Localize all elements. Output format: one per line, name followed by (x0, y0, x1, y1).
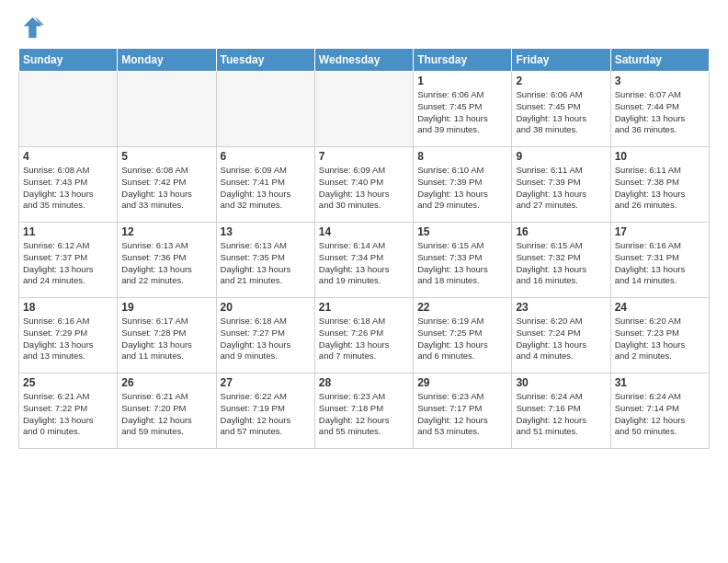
day-number: 19 (121, 301, 211, 314)
day-cell: 15Sunrise: 6:15 AM Sunset: 7:33 PM Dayli… (414, 223, 512, 298)
day-number: 15 (417, 225, 507, 238)
day-number: 12 (121, 225, 211, 238)
day-cell: 2Sunrise: 6:06 AM Sunset: 7:45 PM Daylig… (512, 72, 610, 147)
day-number: 30 (516, 376, 606, 389)
day-info: Sunrise: 6:06 AM Sunset: 7:45 PM Dayligh… (516, 89, 606, 136)
day-number: 16 (516, 225, 606, 238)
day-info: Sunrise: 6:23 AM Sunset: 7:18 PM Dayligh… (319, 391, 409, 438)
day-cell: 28Sunrise: 6:23 AM Sunset: 7:18 PM Dayli… (314, 373, 413, 449)
day-info: Sunrise: 6:07 AM Sunset: 7:44 PM Dayligh… (615, 89, 705, 136)
day-number: 11 (23, 225, 113, 238)
day-info: Sunrise: 6:08 AM Sunset: 7:43 PM Dayligh… (23, 165, 113, 212)
day-info: Sunrise: 6:13 AM Sunset: 7:35 PM Dayligh… (221, 240, 311, 287)
day-number: 2 (516, 75, 606, 87)
week-row-3: 11Sunrise: 6:12 AM Sunset: 7:37 PM Dayli… (19, 223, 710, 298)
day-number: 3 (615, 75, 705, 87)
day-info: Sunrise: 6:17 AM Sunset: 7:28 PM Dayligh… (121, 316, 211, 362)
day-info: Sunrise: 6:18 AM Sunset: 7:26 PM Dayligh… (319, 316, 409, 362)
weekday-header-row: SundayMondayTuesdayWednesdayThursdayFrid… (19, 49, 710, 72)
weekday-header-sunday: Sunday (19, 49, 118, 72)
weekday-header-tuesday: Tuesday (216, 49, 314, 72)
day-info: Sunrise: 6:20 AM Sunset: 7:23 PM Dayligh… (615, 316, 705, 362)
day-cell: 30Sunrise: 6:24 AM Sunset: 7:16 PM Dayli… (512, 373, 610, 449)
day-cell: 20Sunrise: 6:18 AM Sunset: 7:27 PM Dayli… (216, 298, 314, 373)
day-cell: 9Sunrise: 6:11 AM Sunset: 7:39 PM Daylig… (512, 147, 610, 223)
header (18, 15, 710, 40)
day-cell: 6Sunrise: 6:09 AM Sunset: 7:41 PM Daylig… (216, 147, 314, 223)
day-cell: 26Sunrise: 6:21 AM Sunset: 7:20 PM Dayli… (118, 373, 216, 449)
day-cell: 24Sunrise: 6:20 AM Sunset: 7:23 PM Dayli… (610, 298, 709, 373)
logo-icon (18, 15, 44, 40)
day-number: 21 (319, 301, 409, 314)
day-number: 7 (319, 150, 409, 163)
day-info: Sunrise: 6:14 AM Sunset: 7:34 PM Dayligh… (319, 240, 409, 287)
day-cell (216, 72, 314, 147)
day-cell: 17Sunrise: 6:16 AM Sunset: 7:31 PM Dayli… (610, 223, 709, 298)
day-cell: 3Sunrise: 6:07 AM Sunset: 7:44 PM Daylig… (610, 72, 709, 147)
day-cell: 25Sunrise: 6:21 AM Sunset: 7:22 PM Dayli… (19, 373, 118, 449)
day-cell: 14Sunrise: 6:14 AM Sunset: 7:34 PM Dayli… (314, 223, 413, 298)
day-info: Sunrise: 6:15 AM Sunset: 7:33 PM Dayligh… (417, 240, 507, 287)
day-number: 8 (417, 150, 507, 163)
day-info: Sunrise: 6:21 AM Sunset: 7:20 PM Dayligh… (121, 391, 211, 438)
day-info: Sunrise: 6:24 AM Sunset: 7:14 PM Dayligh… (615, 391, 705, 438)
day-number: 23 (516, 301, 606, 314)
day-number: 1 (417, 75, 507, 87)
day-cell: 19Sunrise: 6:17 AM Sunset: 7:28 PM Dayli… (118, 298, 216, 373)
day-cell: 5Sunrise: 6:08 AM Sunset: 7:42 PM Daylig… (118, 147, 216, 223)
day-number: 25 (23, 376, 113, 389)
day-info: Sunrise: 6:15 AM Sunset: 7:32 PM Dayligh… (516, 240, 606, 287)
day-cell: 29Sunrise: 6:23 AM Sunset: 7:17 PM Dayli… (414, 373, 512, 449)
day-info: Sunrise: 6:23 AM Sunset: 7:17 PM Dayligh… (417, 391, 507, 438)
day-info: Sunrise: 6:22 AM Sunset: 7:19 PM Dayligh… (221, 391, 311, 438)
week-row-1: 1Sunrise: 6:06 AM Sunset: 7:45 PM Daylig… (19, 72, 710, 147)
day-info: Sunrise: 6:11 AM Sunset: 7:39 PM Dayligh… (516, 165, 606, 212)
logo (18, 15, 48, 40)
day-info: Sunrise: 6:16 AM Sunset: 7:29 PM Dayligh… (23, 316, 113, 362)
day-number: 9 (516, 150, 606, 163)
day-info: Sunrise: 6:12 AM Sunset: 7:37 PM Dayligh… (23, 240, 113, 287)
day-number: 4 (23, 150, 113, 163)
day-info: Sunrise: 6:08 AM Sunset: 7:42 PM Dayligh… (121, 165, 211, 212)
day-info: Sunrise: 6:18 AM Sunset: 7:27 PM Dayligh… (221, 316, 311, 362)
day-info: Sunrise: 6:24 AM Sunset: 7:16 PM Dayligh… (516, 391, 606, 438)
weekday-header-wednesday: Wednesday (314, 49, 413, 72)
day-number: 14 (319, 225, 409, 238)
day-number: 20 (221, 301, 311, 314)
day-cell: 13Sunrise: 6:13 AM Sunset: 7:35 PM Dayli… (216, 223, 314, 298)
day-number: 5 (121, 150, 211, 163)
calendar: SundayMondayTuesdayWednesdayThursdayFrid… (18, 48, 710, 449)
day-cell: 12Sunrise: 6:13 AM Sunset: 7:36 PM Dayli… (118, 223, 216, 298)
day-number: 29 (417, 376, 507, 389)
weekday-header-monday: Monday (118, 49, 216, 72)
day-cell: 21Sunrise: 6:18 AM Sunset: 7:26 PM Dayli… (314, 298, 413, 373)
day-number: 22 (417, 301, 507, 314)
day-info: Sunrise: 6:20 AM Sunset: 7:24 PM Dayligh… (516, 316, 606, 362)
day-number: 18 (23, 301, 113, 314)
day-cell: 1Sunrise: 6:06 AM Sunset: 7:45 PM Daylig… (414, 72, 512, 147)
day-info: Sunrise: 6:13 AM Sunset: 7:36 PM Dayligh… (121, 240, 211, 287)
day-cell: 22Sunrise: 6:19 AM Sunset: 7:25 PM Dayli… (414, 298, 512, 373)
week-row-4: 18Sunrise: 6:16 AM Sunset: 7:29 PM Dayli… (19, 298, 710, 373)
day-cell (118, 72, 216, 147)
day-number: 6 (221, 150, 311, 163)
week-row-5: 25Sunrise: 6:21 AM Sunset: 7:22 PM Dayli… (19, 373, 710, 449)
day-cell: 8Sunrise: 6:10 AM Sunset: 7:39 PM Daylig… (414, 147, 512, 223)
day-number: 26 (121, 376, 211, 389)
day-info: Sunrise: 6:09 AM Sunset: 7:40 PM Dayligh… (319, 165, 409, 212)
day-info: Sunrise: 6:06 AM Sunset: 7:45 PM Dayligh… (417, 89, 507, 136)
day-cell: 10Sunrise: 6:11 AM Sunset: 7:38 PM Dayli… (610, 147, 709, 223)
day-cell: 7Sunrise: 6:09 AM Sunset: 7:40 PM Daylig… (314, 147, 413, 223)
day-info: Sunrise: 6:21 AM Sunset: 7:22 PM Dayligh… (23, 391, 113, 438)
day-cell: 23Sunrise: 6:20 AM Sunset: 7:24 PM Dayli… (512, 298, 610, 373)
day-number: 17 (615, 225, 705, 238)
day-cell: 27Sunrise: 6:22 AM Sunset: 7:19 PM Dayli… (216, 373, 314, 449)
day-number: 13 (221, 225, 311, 238)
day-cell: 16Sunrise: 6:15 AM Sunset: 7:32 PM Dayli… (512, 223, 610, 298)
day-number: 28 (319, 376, 409, 389)
day-number: 24 (615, 301, 705, 314)
day-info: Sunrise: 6:16 AM Sunset: 7:31 PM Dayligh… (615, 240, 705, 287)
weekday-header-saturday: Saturday (610, 49, 709, 72)
weekday-header-thursday: Thursday (414, 49, 512, 72)
weekday-header-friday: Friday (512, 49, 610, 72)
